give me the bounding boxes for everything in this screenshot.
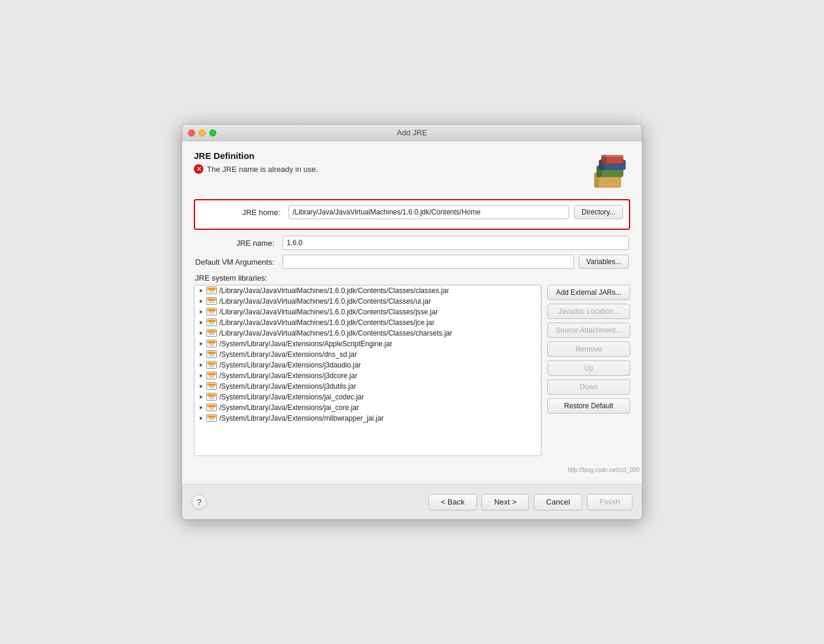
jar-icon [206, 329, 217, 337]
jre-home-label: JRE home: [201, 208, 284, 217]
jre-home-input[interactable] [288, 205, 569, 219]
jar-icon [206, 350, 217, 359]
svg-marker-10 [200, 300, 203, 303]
list-item[interactable]: /System/Library/Java/Extensions/j3dutils… [194, 381, 541, 392]
expand-arrow-icon [198, 394, 204, 400]
add-jre-dialog: Add JRE JRE Definition ✕ The JRE name is… [181, 124, 643, 520]
error-row: ✕ The JRE name is already in use. [194, 164, 318, 174]
jre-name-row: JRE name: [194, 236, 630, 250]
jar-icon [206, 318, 217, 327]
list-item[interactable]: /System/Library/Java/Extensions/j3daudio… [194, 360, 541, 370]
svg-marker-15 [200, 353, 203, 356]
svg-marker-19 [200, 395, 203, 399]
add-external-jars-button[interactable]: Add External JARs... [547, 285, 630, 300]
jre-home-highlighted-box: JRE home: Directory... [194, 199, 630, 230]
list-item[interactable]: /Library/Java/JavaVirtualMachines/1.6.0.… [194, 296, 541, 307]
expand-arrow-icon [198, 362, 204, 368]
vm-args-input[interactable] [283, 255, 574, 269]
restore-default-button[interactable]: Restore Default [547, 398, 630, 414]
library-path: /System/Library/Java/Extensions/jai_core… [219, 404, 537, 412]
expand-arrow-icon [198, 320, 204, 326]
svg-marker-13 [200, 331, 203, 335]
remove-button[interactable]: Remove [547, 341, 630, 357]
svg-marker-14 [200, 342, 203, 346]
library-path: /System/Library/Java/Extensions/AppleScr… [219, 340, 537, 348]
svg-marker-16 [200, 363, 203, 367]
footer-left: ? [192, 495, 207, 510]
expand-arrow-icon [198, 288, 204, 294]
library-path: /Library/Java/JavaVirtualMachines/1.6.0.… [219, 287, 537, 295]
vm-args-label: Default VM Arguments: [195, 258, 278, 266]
svg-marker-9 [200, 289, 203, 292]
library-path: /Library/Java/JavaVirtualMachines/1.6.0.… [219, 308, 537, 316]
expand-arrow-icon [198, 341, 204, 347]
list-item[interactable]: /System/Library/Java/Extensions/jai_code… [194, 392, 541, 402]
library-path: /System/Library/Java/Extensions/mlibwrap… [219, 414, 537, 422]
cancel-button[interactable]: Cancel [534, 494, 582, 510]
expand-arrow-icon [198, 383, 204, 389]
jar-icon [206, 308, 217, 316]
section-title: JRE Definition [194, 151, 318, 161]
expand-arrow-icon [198, 415, 204, 421]
footer-nav-buttons: < Back Next > Cancel Finish [429, 494, 632, 510]
svg-marker-20 [200, 406, 203, 409]
svg-marker-17 [200, 374, 203, 378]
expand-arrow-icon [198, 373, 204, 379]
error-message: The JRE name is already in use. [207, 165, 318, 174]
source-attachment-button[interactable]: Source Attachment... [547, 323, 630, 338]
close-button[interactable] [188, 129, 195, 136]
javadoc-location-button[interactable]: Javadoc Location... [547, 304, 630, 319]
error-icon: ✕ [194, 164, 203, 174]
libraries-section: /Library/Java/JavaVirtualMachines/1.6.0.… [194, 285, 630, 456]
watermark: http://blog.csdn.net/zcl_000 [182, 466, 642, 474]
list-item[interactable]: /System/Library/Java/Extensions/j3dcore.… [194, 370, 541, 381]
maximize-button[interactable] [209, 129, 216, 136]
jre-home-row: JRE home: Directory... [201, 205, 623, 219]
back-button[interactable]: < Back [429, 494, 477, 510]
header-left: JRE Definition ✕ The JRE name is already… [194, 151, 318, 174]
help-button[interactable]: ? [192, 495, 207, 510]
down-button[interactable]: Down [547, 379, 630, 395]
list-item[interactable]: /System/Library/Java/Extensions/dns_sd.j… [194, 349, 541, 360]
jar-icon [206, 372, 217, 380]
libraries-list[interactable]: /Library/Java/JavaVirtualMachines/1.6.0.… [194, 285, 541, 456]
jar-icon [206, 404, 217, 412]
expand-arrow-icon [198, 330, 204, 336]
jar-icon [206, 297, 217, 305]
svg-marker-21 [200, 417, 203, 420]
jre-name-label: JRE name: [195, 239, 278, 248]
expand-arrow-icon [198, 405, 204, 411]
library-path: /System/Library/Java/Extensions/j3dutils… [219, 382, 537, 391]
jar-icon [206, 414, 217, 422]
finish-button[interactable]: Finish [587, 494, 632, 510]
library-path: /System/Library/Java/Extensions/j3dcore.… [219, 372, 537, 380]
directory-button[interactable]: Directory... [574, 205, 623, 219]
expand-arrow-icon [198, 298, 204, 304]
library-action-buttons: Add External JARs... Javadoc Location...… [547, 285, 630, 456]
titlebar: Add JRE [182, 125, 642, 141]
library-path: /Library/Java/JavaVirtualMachines/1.6.0.… [219, 329, 537, 337]
list-item[interactable]: /Library/Java/JavaVirtualMachines/1.6.0.… [194, 307, 541, 317]
library-path: /System/Library/Java/Extensions/jai_code… [219, 393, 537, 401]
next-button[interactable]: Next > [482, 494, 529, 510]
jar-icon [206, 393, 217, 401]
minimize-button[interactable] [199, 129, 206, 136]
variables-button[interactable]: Variables... [579, 255, 629, 269]
list-item[interactable]: /System/Library/Java/Extensions/jai_core… [194, 402, 541, 413]
list-item[interactable]: /System/Library/Java/Extensions/AppleScr… [194, 339, 541, 349]
window-title: Add JRE [397, 128, 427, 137]
library-path: /Library/Java/JavaVirtualMachines/1.6.0.… [219, 318, 537, 327]
jar-icon [206, 340, 217, 348]
up-button[interactable]: Up [547, 360, 630, 376]
list-item[interactable]: /Library/Java/JavaVirtualMachines/1.6.0.… [194, 317, 541, 328]
libraries-label: JRE system libraries: [194, 274, 630, 282]
list-item[interactable]: /Library/Java/JavaVirtualMachines/1.6.0.… [194, 328, 541, 339]
expand-arrow-icon [198, 309, 204, 315]
traffic-lights [188, 129, 216, 136]
jre-name-input[interactable] [283, 236, 629, 250]
library-path: /Library/Java/JavaVirtualMachines/1.6.0.… [219, 297, 537, 305]
list-item[interactable]: /System/Library/Java/Extensions/mlibwrap… [194, 413, 541, 424]
list-item[interactable]: /Library/Java/JavaVirtualMachines/1.6.0.… [194, 285, 541, 296]
svg-marker-18 [200, 385, 203, 388]
svg-rect-8 [602, 155, 623, 157]
